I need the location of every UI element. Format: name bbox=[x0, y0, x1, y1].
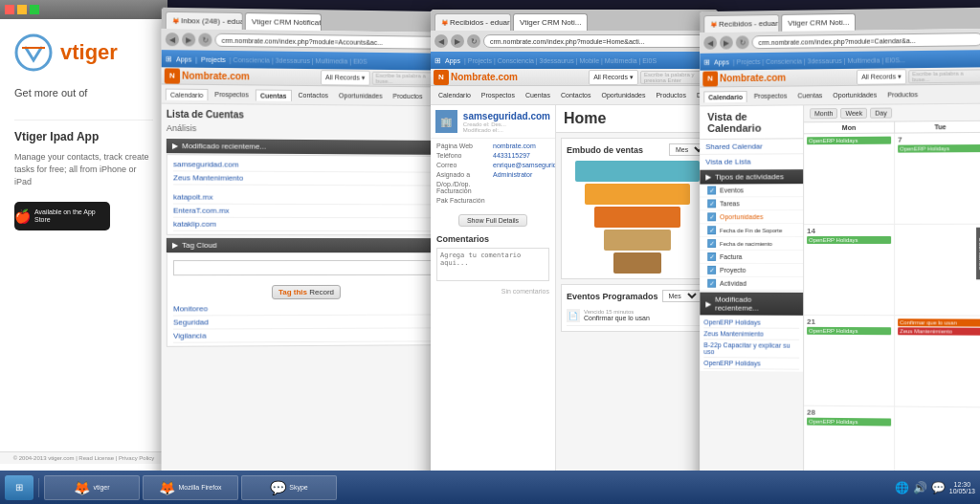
menu-cuentas[interactable]: Cuentas bbox=[256, 89, 292, 100]
account-item-1[interactable]: samseguridad.com bbox=[173, 158, 437, 172]
checkbox-factura[interactable]: ✓ bbox=[707, 252, 716, 261]
tag-monitoreo[interactable]: Monitoreo bbox=[173, 301, 437, 316]
menu-ctas-4[interactable]: Cuentas bbox=[793, 90, 826, 100]
show-full-details-btn[interactable]: Show Full Details bbox=[458, 214, 527, 227]
tipo-label-actividad: Actividad bbox=[720, 280, 746, 287]
menu-calendario[interactable]: Calendario bbox=[166, 88, 208, 100]
taskbar-firefox[interactable]: 🦊 Mozilla Firefox bbox=[143, 475, 238, 500]
taskbar-skype[interactable]: 💬 Skype bbox=[241, 475, 337, 500]
vista-lista[interactable]: Vista de Lista bbox=[700, 154, 803, 170]
cal-event-7[interactable]: OpenERP Holidays bbox=[807, 418, 891, 427]
day-btn[interactable]: Day bbox=[870, 108, 892, 119]
forward-btn[interactable]: ▶ bbox=[182, 33, 195, 46]
apps-label[interactable]: Apps bbox=[176, 55, 191, 62]
back-btn-3[interactable]: ◀ bbox=[434, 34, 448, 48]
forward-btn-3[interactable]: ▶ bbox=[451, 34, 464, 48]
mod-item-3[interactable]: B-22p Capacitar y explicar su uso bbox=[703, 340, 799, 358]
tab-inbox[interactable]: 🦊 Inbox (248) - eduardo@b... bbox=[166, 11, 243, 30]
menu-prospectos[interactable]: Prospectos bbox=[211, 89, 252, 99]
menu-ctas-3[interactable]: Cuentas bbox=[522, 90, 554, 100]
back-btn[interactable]: ◀ bbox=[166, 33, 179, 46]
tab-vtiger-3[interactable]: Vtiger CRM Noti... bbox=[513, 13, 588, 31]
tag-seguridad[interactable]: Seguridad bbox=[173, 315, 437, 329]
tab-recibidos-4[interactable]: 🦊 Recibidos - eduardo@b... bbox=[703, 14, 779, 33]
tag-this-record-btn[interactable]: Tag this Record bbox=[272, 284, 341, 298]
crm-search-4[interactable]: Escribe la palabra a buse... bbox=[908, 69, 980, 83]
menu-cal-3[interactable]: Calendario bbox=[434, 90, 475, 100]
account-item-4[interactable]: EnteraT.com.mx bbox=[173, 205, 437, 219]
menu-prod-4[interactable]: Productos bbox=[883, 89, 922, 99]
url-bar[interactable]: crm.nombrate.com/index.php?module=Accoun… bbox=[215, 33, 445, 50]
app-store-badge[interactable]: 🍎 Available on the App Store bbox=[14, 202, 110, 230]
checkbox-eventos[interactable]: ✓ bbox=[707, 186, 716, 195]
comment-input[interactable] bbox=[436, 248, 549, 281]
account-item-5[interactable]: kataklip.com bbox=[173, 218, 437, 231]
apps-4[interactable]: Apps bbox=[714, 58, 729, 65]
account-name[interactable]: samseguridad.com bbox=[463, 111, 550, 121]
tipo-nacimiento: ✓ Fecha de nacimiento bbox=[700, 237, 803, 251]
back-btn-4[interactable]: ◀ bbox=[703, 36, 717, 50]
tipo-label-nacimiento: Fecha de nacimiento bbox=[720, 241, 772, 247]
mod-item-1[interactable]: OpenERP Holidays bbox=[703, 317, 799, 328]
mod-item-4[interactable]: OpenERP Holidays bbox=[703, 358, 799, 370]
min-btn[interactable] bbox=[17, 5, 27, 14]
menu-contactos[interactable]: Contactos bbox=[295, 90, 332, 100]
cal-event-6[interactable]: Zeus Mantenimiento bbox=[898, 327, 980, 335]
refresh-btn-3[interactable]: ↻ bbox=[467, 34, 480, 48]
sales-funnel bbox=[567, 161, 707, 274]
apps-3[interactable]: Apps bbox=[445, 57, 460, 64]
max-btn[interactable] bbox=[30, 5, 39, 14]
account-item-2[interactable]: Zeus Mantenimiento bbox=[173, 171, 437, 186]
all-records-dropdown[interactable]: All Records ▾ bbox=[321, 70, 370, 86]
tab-recibidos[interactable]: 🦊 Recibidos - eduardo@b... bbox=[434, 13, 511, 31]
checkbox-actividad[interactable]: ✓ bbox=[707, 279, 716, 288]
cal-event-5[interactable]: Confirmar que lo usan bbox=[898, 318, 980, 326]
checkbox-oportunidades[interactable]: ✓ bbox=[707, 212, 716, 221]
cal-event-1[interactable]: OpenERP Holidays bbox=[807, 137, 891, 145]
all-records-3[interactable]: All Records ▾ bbox=[589, 70, 638, 85]
url-bar-4[interactable]: crm.nombrate.com/index.php?module=Calend… bbox=[752, 33, 980, 49]
tab-vtiger[interactable]: Vtiger CRM Notificati... bbox=[245, 12, 322, 31]
mod-item-2[interactable]: Zeus Mantenimiento bbox=[703, 328, 799, 340]
menu-cont-3[interactable]: Contactos bbox=[557, 90, 595, 100]
checkbox-fin-soporte[interactable]: ✓ bbox=[707, 226, 716, 234]
menu-pros-4[interactable]: Prospectos bbox=[750, 91, 791, 101]
checkbox-tareas[interactable]: ✓ bbox=[707, 199, 716, 208]
refresh-btn[interactable]: ↻ bbox=[198, 33, 212, 46]
menu-ops-4[interactable]: Oportunidades bbox=[829, 90, 880, 101]
event-text-1[interactable]: Confirmar que lo usan bbox=[584, 315, 650, 321]
modificado-accordion[interactable]: ▶ Modificado recienteme... bbox=[700, 293, 803, 316]
menu-prod-3[interactable]: Productos bbox=[652, 90, 690, 100]
tipos-accordion[interactable]: ▶ Tipos de actividades bbox=[700, 169, 803, 184]
account-item-3[interactable]: katapolt.mx bbox=[173, 190, 437, 205]
close-btn[interactable] bbox=[5, 5, 14, 14]
menu-ops-3[interactable]: Oportunidades bbox=[598, 90, 650, 100]
refresh-btn-4[interactable]: ↻ bbox=[736, 35, 749, 49]
tag-vigilancia[interactable]: Vigilancia bbox=[173, 328, 437, 342]
menu-productos[interactable]: Productos bbox=[389, 91, 426, 101]
cuentanos-tab-4[interactable]: Cuéntanos bbox=[976, 228, 980, 279]
tag-cloud-accordion[interactable]: ▶ Tag Cloud bbox=[167, 238, 444, 252]
cal-event-3[interactable]: OpenERP Holidays bbox=[807, 236, 891, 244]
start-button[interactable]: ⊞ bbox=[5, 475, 33, 500]
menu-pros-3[interactable]: Prospectos bbox=[478, 90, 519, 100]
checkbox-nacimiento[interactable]: ✓ bbox=[707, 239, 716, 248]
all-records-4[interactable]: All Records ▾ bbox=[857, 69, 906, 85]
checkbox-proyecto[interactable]: ✓ bbox=[707, 266, 716, 274]
events-period-select[interactable]: Mes bbox=[662, 290, 701, 302]
url-bar-3[interactable]: crm.nombrate.com/index.php?module=Home&a… bbox=[483, 34, 714, 48]
tag-input[interactable] bbox=[173, 259, 437, 274]
month-btn[interactable]: Month bbox=[810, 108, 837, 119]
taskbar-vtiger[interactable]: 🦊 vtiger bbox=[44, 475, 140, 500]
forward-btn-4[interactable]: ▶ bbox=[720, 36, 733, 50]
modified-accordion[interactable]: ▶ Modificado recienteme... bbox=[167, 139, 444, 155]
shared-calendar[interactable]: Shared Calendar bbox=[700, 139, 803, 155]
apps-icon-4: ⊞ bbox=[703, 57, 710, 66]
menu-cal-4[interactable]: Calendario bbox=[703, 90, 747, 101]
cal-event-4[interactable]: OpenERP Holidays bbox=[807, 327, 891, 335]
tab-vtiger-4[interactable]: Vtiger CRM Noti... bbox=[781, 13, 856, 32]
week-btn[interactable]: Week bbox=[840, 108, 867, 119]
projects-item[interactable]: Projects bbox=[201, 55, 226, 62]
cal-event-2[interactable]: OpenERP Holidays bbox=[898, 144, 980, 153]
menu-oportunidades[interactable]: Oportunidades bbox=[335, 90, 387, 100]
